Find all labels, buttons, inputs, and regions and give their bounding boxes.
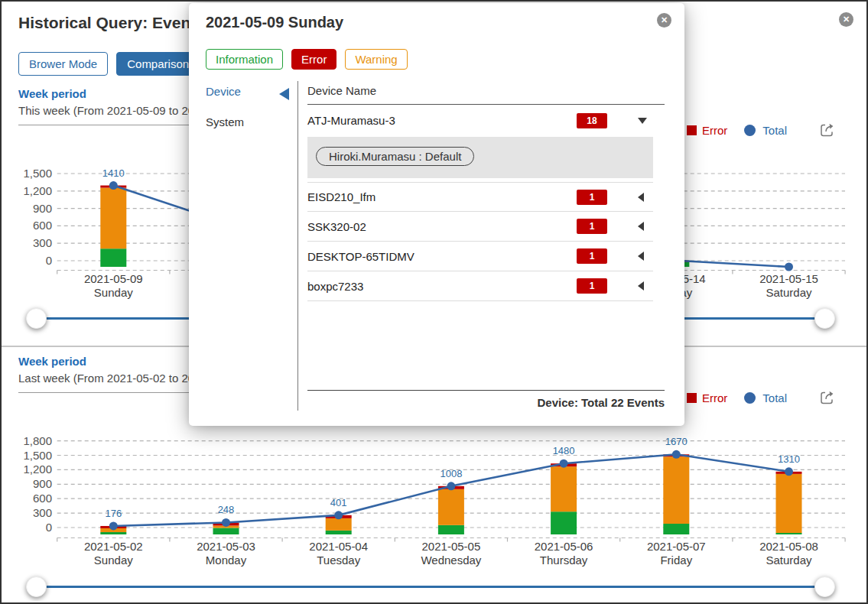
bar-segment-information[interactable]: [213, 528, 239, 534]
y-axis-tick: 300: [33, 506, 52, 519]
x-axis-label-date: 2021-05-05: [422, 540, 481, 553]
total-point[interactable]: [109, 521, 118, 530]
total-legend-label[interactable]: Total: [762, 391, 787, 404]
bar-segment-warning[interactable]: [326, 518, 352, 531]
y-axis-tick: 1,800: [23, 434, 52, 447]
x-axis-label-day: Friday: [660, 554, 692, 567]
y-axis-tick: 1,200: [23, 463, 52, 476]
bar-segment-information[interactable]: [438, 525, 464, 534]
device-row[interactable]: ATJ-Muramasu-3 18: [307, 104, 653, 137]
export-icon[interactable]: [819, 389, 836, 406]
device-row[interactable]: EISD210_Ifm 1: [307, 182, 653, 212]
selected-marker-icon: [279, 88, 289, 100]
week-period-label-2: Week period: [18, 355, 86, 368]
device-name: boxpc7233: [307, 280, 363, 293]
error-legend-swatch[interactable]: [687, 393, 697, 403]
page-close-icon[interactable]: ✕: [839, 12, 853, 27]
error-count-badge: 1: [577, 190, 607, 205]
device-detail-chip[interactable]: Hiroki.Muramasu : Default: [316, 147, 474, 166]
total-legend-swatch[interactable]: [744, 125, 756, 136]
device-row[interactable]: boxpc7233 1: [307, 271, 653, 301]
device-list-header: Device Name: [307, 84, 665, 105]
dialog-title: 2021-05-09 Sunday: [206, 14, 343, 31]
export-icon[interactable]: [819, 122, 836, 138]
total-point[interactable]: [560, 459, 568, 468]
device-row[interactable]: SSK320-02 1: [307, 212, 653, 242]
sidebar-item-system[interactable]: System: [206, 115, 244, 128]
y-axis-tick: 900: [33, 477, 52, 490]
slider-handle-right[interactable]: [814, 308, 835, 329]
bar-segment-information[interactable]: [326, 531, 352, 534]
tab-warning[interactable]: Warning: [345, 49, 407, 70]
x-axis-label-day: Saturday: [766, 554, 812, 567]
bar-segment-information[interactable]: [100, 532, 126, 534]
y-axis-tick: 600: [33, 219, 52, 232]
total-point[interactable]: [222, 518, 230, 527]
x-axis-label-day: Tuesday: [317, 554, 360, 567]
slider-handle-left[interactable]: [26, 308, 47, 329]
slider-handle-left[interactable]: [26, 576, 47, 597]
total-point[interactable]: [109, 181, 118, 190]
value-label: 1410: [102, 167, 125, 179]
browser-mode-button[interactable]: Brower Mode: [18, 52, 108, 76]
total-point[interactable]: [785, 263, 793, 271]
x-axis-label-date: 2021-05-02: [84, 540, 143, 553]
bar-segment-warning[interactable]: [776, 474, 802, 533]
error-legend-swatch[interactable]: [687, 125, 697, 135]
x-axis-label-date: 2021-05-09: [84, 272, 143, 285]
value-label: 1670: [665, 436, 688, 447]
dialog-close-icon[interactable]: ✕: [657, 13, 671, 28]
expand-toggle-icon[interactable]: [638, 193, 644, 202]
y-axis-tick: 0: [46, 521, 52, 534]
device-list: ATJ-Muramasu-3 18 Hiroki.Muramasu : Defa…: [307, 104, 653, 301]
total-point[interactable]: [334, 511, 343, 519]
app-window: 1,5001,200900600300014102021-05-09Sunday…: [0, 0, 868, 604]
bar-segment-information[interactable]: [663, 524, 689, 534]
slider-track[interactable]: [36, 586, 825, 588]
error-legend-label[interactable]: Error: [702, 124, 727, 137]
device-row[interactable]: DESKTOP-65TIDMV 1: [307, 242, 653, 271]
total-legend-label[interactable]: Total: [762, 124, 787, 137]
total-point[interactable]: [447, 482, 455, 490]
value-label: 1310: [778, 453, 800, 465]
tab-information[interactable]: Information: [206, 49, 283, 70]
error-count-badge: 1: [577, 278, 607, 294]
x-axis-label-day: Wednesday: [421, 554, 481, 567]
x-axis-label-date: 2021-05-07: [647, 540, 706, 553]
x-axis-label-date: 2021-05-04: [309, 540, 368, 553]
device-name: SSK320-02: [307, 220, 366, 233]
sidebar-divider: [297, 81, 298, 411]
bar-segment-warning[interactable]: [438, 489, 464, 525]
error-legend-label[interactable]: Error: [702, 391, 727, 404]
x-axis-label-date: 2021-05-15: [759, 272, 818, 285]
severity-tabs: Information Error Warning: [206, 49, 408, 70]
error-count-badge: 1: [577, 219, 607, 234]
expand-toggle-icon[interactable]: [638, 222, 644, 231]
bar-segment-information[interactable]: [776, 533, 802, 534]
expand-toggle-icon[interactable]: [638, 252, 644, 261]
slider-handle-right[interactable]: [814, 576, 835, 597]
total-point[interactable]: [785, 467, 793, 476]
bar-segment-information[interactable]: [100, 248, 126, 267]
error-count-badge: 1: [577, 248, 607, 264]
total-point[interactable]: [672, 450, 681, 459]
sidebar-item-device[interactable]: Device: [206, 85, 241, 98]
tab-error[interactable]: Error: [291, 49, 336, 70]
x-axis-label-date: 2021-05-06: [535, 540, 593, 553]
x-axis-label-date: 2021-05-03: [197, 540, 255, 553]
chart-legend-2: Error Total: [687, 389, 836, 406]
bar-segment-warning[interactable]: [551, 466, 577, 511]
total-legend-swatch[interactable]: [744, 392, 756, 404]
x-axis-label-date: 2021-05-08: [759, 540, 818, 553]
value-label: 1008: [440, 468, 462, 479]
device-name: DESKTOP-65TIDMV: [307, 250, 414, 263]
expand-toggle-icon[interactable]: [638, 281, 644, 291]
bar-segment-information[interactable]: [551, 511, 577, 534]
page-title: Historical Query: Events: [18, 14, 205, 32]
bar-segment-warning[interactable]: [663, 456, 689, 524]
expand-toggle-icon[interactable]: [638, 118, 647, 124]
device-name: EISD210_Ifm: [307, 190, 375, 203]
week-period-label-1: Week period: [18, 87, 86, 100]
bar-segment-warning[interactable]: [100, 188, 126, 249]
y-axis-tick: 1,500: [23, 449, 52, 462]
